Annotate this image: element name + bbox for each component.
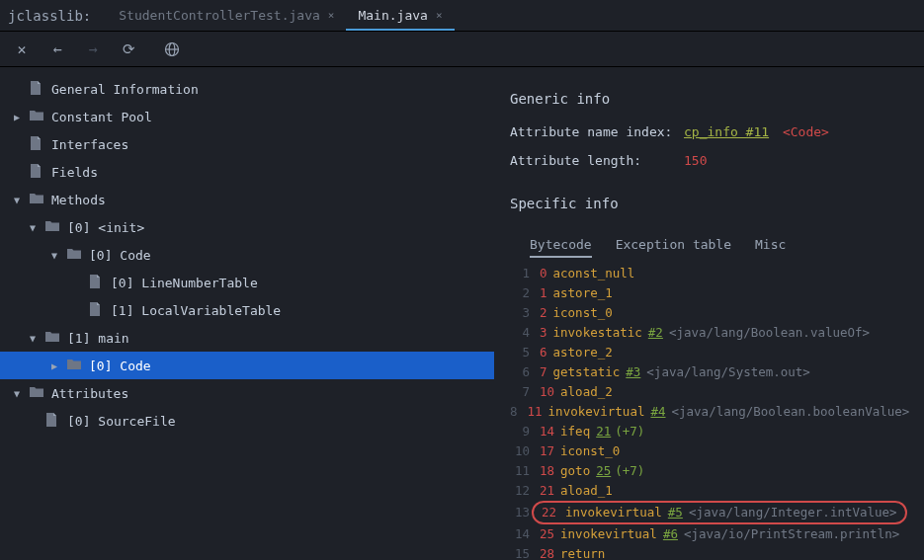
- bc-content: 2iconst_0: [540, 303, 613, 323]
- bytecode-row[interactable]: 67getstatic#3<java/lang/System.out>: [510, 362, 908, 382]
- bc-ref-link[interactable]: #4: [650, 404, 665, 419]
- tree-item[interactable]: ▼[0] <init>: [0, 213, 494, 241]
- tree-item-label: [0] <init>: [67, 220, 144, 235]
- bytecode-row[interactable]: 43invokestatic#2<java/lang/Boolean.value…: [510, 323, 908, 343]
- tree-item[interactable]: ▶Constant Pool: [0, 103, 494, 130]
- chevron-down-icon[interactable]: ▼: [30, 222, 43, 233]
- bc-line-number: 13: [510, 503, 530, 522]
- bc-ref-link[interactable]: #6: [663, 526, 678, 541]
- chevron-right-icon[interactable]: ▶: [51, 360, 65, 371]
- close-icon[interactable]: ×: [328, 9, 335, 22]
- bc-opcode: ifeq: [560, 424, 590, 439]
- tree-item[interactable]: ▶[0] Code: [0, 352, 494, 379]
- detail-panel: Generic info Attribute name index: cp_in…: [494, 67, 924, 560]
- bc-comment: <java/lang/System.out>: [646, 364, 810, 379]
- tree-item[interactable]: ▼Methods: [0, 186, 494, 213]
- chevron-right-icon[interactable]: ▶: [14, 112, 28, 122]
- bc-comment: <java/lang/Boolean.booleanValue>: [672, 404, 910, 419]
- close-icon[interactable]: ×: [436, 9, 443, 22]
- bc-line-number: 10: [510, 441, 530, 461]
- forward-icon[interactable]: →: [83, 40, 103, 59]
- attr-length-row: Attribute length: 150: [510, 153, 908, 168]
- tree-item[interactable]: Interfaces: [0, 130, 494, 158]
- bytecode-row[interactable]: 1118goto25(+7): [510, 461, 908, 481]
- tree-item[interactable]: General Information: [0, 75, 494, 103]
- bc-offset: 10: [540, 384, 554, 399]
- bytecode-row[interactable]: 10aconst_null: [510, 264, 908, 283]
- bc-offset: 25: [540, 526, 554, 541]
- tree-item-label: [0] Code: [89, 248, 151, 263]
- folder-icon: [30, 193, 45, 207]
- bytecode-row[interactable]: 1322invokevirtual#5<java/lang/Integer.in…: [510, 501, 908, 524]
- bc-offset: 14: [540, 424, 554, 439]
- toolbar: ✕ ← → ⟳: [0, 32, 924, 67]
- bytecode-row[interactable]: 914ifeq21(+7): [510, 422, 908, 441]
- bc-line-number: 2: [510, 283, 530, 303]
- tree-item[interactable]: [0] SourceFile: [0, 407, 494, 435]
- chevron-down-icon[interactable]: ▼: [14, 195, 28, 205]
- chevron-down-icon[interactable]: ▼: [14, 388, 28, 399]
- bc-ref-link[interactable]: #5: [668, 503, 683, 522]
- tree-item-label: Methods: [51, 193, 106, 207]
- bc-opcode: getstatic: [553, 364, 621, 379]
- chevron-down-icon[interactable]: ▼: [30, 333, 43, 344]
- file-icon: [30, 164, 45, 181]
- tree-item[interactable]: ▼[0] Code: [0, 241, 494, 269]
- bc-ref-link[interactable]: #2: [648, 325, 663, 340]
- close-icon[interactable]: ✕: [12, 40, 32, 59]
- bytecode-tab[interactable]: Misc: [755, 231, 786, 258]
- bytecode-tab[interactable]: Bytecode: [530, 231, 592, 258]
- tree-item-label: [1] LocalVariableTable: [111, 303, 281, 318]
- tree-item[interactable]: ▼Attributes: [0, 379, 494, 407]
- bc-opcode: iconst_0: [560, 443, 620, 458]
- attr-length-value: 150: [684, 153, 707, 168]
- bytecode-tab[interactable]: Exception table: [616, 231, 731, 258]
- tree-item-label: [0] Code: [89, 359, 151, 373]
- bc-ref-link[interactable]: #3: [626, 364, 640, 379]
- file-tab[interactable]: StudentControllerTest.java×: [107, 0, 346, 31]
- bc-line-number: 9: [510, 422, 530, 441]
- bytecode-row[interactable]: 1221aload_1: [510, 481, 908, 501]
- back-icon[interactable]: ←: [47, 40, 67, 59]
- bytecode-row[interactable]: 710aload_2: [510, 382, 908, 402]
- bc-line-number: 12: [510, 481, 530, 501]
- bc-line-number: 8: [510, 402, 518, 422]
- tree-item-label: Interfaces: [51, 137, 128, 152]
- bytecode-row[interactable]: 56astore_2: [510, 343, 908, 362]
- bc-delta: (+7): [615, 463, 644, 478]
- bc-opcode: invokevirtual: [565, 503, 662, 522]
- bytecode-row[interactable]: 32iconst_0: [510, 303, 908, 323]
- bytecode-row[interactable]: 1017iconst_0: [510, 441, 908, 461]
- globe-icon[interactable]: [162, 40, 182, 59]
- folder-icon: [67, 248, 83, 263]
- chevron-down-icon[interactable]: ▼: [51, 250, 65, 261]
- bc-offset: 1: [540, 285, 547, 300]
- file-icon: [30, 81, 45, 98]
- tree-item[interactable]: ▼[1] main: [0, 324, 494, 352]
- bc-content: 1astore_1: [540, 283, 613, 303]
- bc-ref-link[interactable]: 25: [596, 463, 611, 478]
- bc-ref-link[interactable]: 21: [596, 424, 611, 439]
- bc-content: 10aload_2: [540, 382, 613, 402]
- tree-item-label: [1] main: [67, 331, 129, 346]
- tab-label: Main.java: [358, 8, 427, 23]
- tree-item[interactable]: Fields: [0, 158, 494, 186]
- bc-offset: 22: [542, 503, 559, 522]
- attr-name-link[interactable]: cp_info #11: [684, 124, 769, 139]
- attr-name-label: Attribute name index:: [510, 124, 684, 139]
- tree-item-label: Attributes: [51, 386, 128, 401]
- bytecode-row[interactable]: 1528return: [510, 544, 908, 560]
- folder-icon: [30, 386, 45, 401]
- bytecode-row[interactable]: 811invokevirtual#4<java/lang/Boolean.boo…: [510, 402, 908, 422]
- bc-line-number: 7: [510, 382, 530, 402]
- tree-item[interactable]: [0] LineNumberTable: [0, 269, 494, 296]
- bc-offset: 0: [540, 266, 547, 280]
- refresh-icon[interactable]: ⟳: [119, 40, 138, 59]
- bc-opcode: invokevirtual: [548, 404, 645, 419]
- bytecode-row[interactable]: 1425invokevirtual#6<java/io/PrintStream.…: [510, 524, 908, 544]
- file-tab[interactable]: Main.java×: [346, 0, 454, 31]
- bc-content: 6astore_2: [540, 343, 613, 362]
- bytecode-row[interactable]: 21astore_1: [510, 283, 908, 303]
- tree-item-label: Constant Pool: [51, 110, 152, 124]
- tree-item[interactable]: [1] LocalVariableTable: [0, 296, 494, 324]
